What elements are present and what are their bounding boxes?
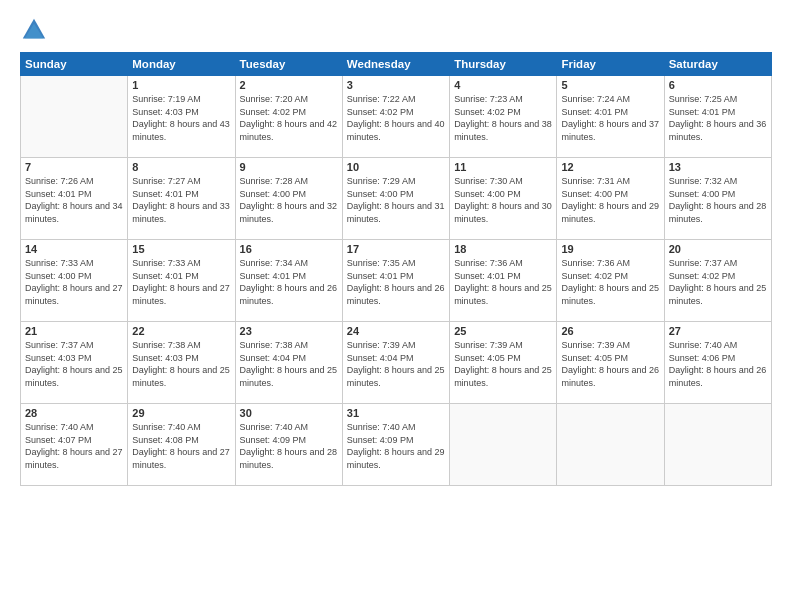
day-number: 5 [561,79,659,91]
calendar-cell [450,404,557,486]
calendar-cell: 21Sunrise: 7:37 AMSunset: 4:03 PMDayligh… [21,322,128,404]
day-number: 24 [347,325,445,337]
calendar-cell: 26Sunrise: 7:39 AMSunset: 4:05 PMDayligh… [557,322,664,404]
day-info: Sunrise: 7:37 AMSunset: 4:02 PMDaylight:… [669,257,767,307]
day-info: Sunrise: 7:40 AMSunset: 4:07 PMDaylight:… [25,421,123,471]
day-info: Sunrise: 7:39 AMSunset: 4:04 PMDaylight:… [347,339,445,389]
header-row: SundayMondayTuesdayWednesdayThursdayFrid… [21,53,772,76]
day-info: Sunrise: 7:25 AMSunset: 4:01 PMDaylight:… [669,93,767,143]
day-number: 22 [132,325,230,337]
day-info: Sunrise: 7:40 AMSunset: 4:09 PMDaylight:… [240,421,338,471]
day-info: Sunrise: 7:38 AMSunset: 4:04 PMDaylight:… [240,339,338,389]
col-header-sunday: Sunday [21,53,128,76]
day-info: Sunrise: 7:30 AMSunset: 4:00 PMDaylight:… [454,175,552,225]
calendar-cell [664,404,771,486]
calendar-cell: 2Sunrise: 7:20 AMSunset: 4:02 PMDaylight… [235,76,342,158]
logo [20,16,52,44]
day-number: 28 [25,407,123,419]
day-number: 1 [132,79,230,91]
day-number: 23 [240,325,338,337]
day-info: Sunrise: 7:39 AMSunset: 4:05 PMDaylight:… [454,339,552,389]
day-number: 29 [132,407,230,419]
calendar-cell [21,76,128,158]
day-number: 13 [669,161,767,173]
calendar-cell: 7Sunrise: 7:26 AMSunset: 4:01 PMDaylight… [21,158,128,240]
calendar-cell: 10Sunrise: 7:29 AMSunset: 4:00 PMDayligh… [342,158,449,240]
day-number: 11 [454,161,552,173]
day-info: Sunrise: 7:38 AMSunset: 4:03 PMDaylight:… [132,339,230,389]
day-info: Sunrise: 7:33 AMSunset: 4:00 PMDaylight:… [25,257,123,307]
calendar-cell: 19Sunrise: 7:36 AMSunset: 4:02 PMDayligh… [557,240,664,322]
day-number: 21 [25,325,123,337]
calendar-cell: 24Sunrise: 7:39 AMSunset: 4:04 PMDayligh… [342,322,449,404]
day-number: 30 [240,407,338,419]
day-info: Sunrise: 7:22 AMSunset: 4:02 PMDaylight:… [347,93,445,143]
day-info: Sunrise: 7:36 AMSunset: 4:02 PMDaylight:… [561,257,659,307]
day-number: 18 [454,243,552,255]
day-info: Sunrise: 7:40 AMSunset: 4:06 PMDaylight:… [669,339,767,389]
calendar-cell: 11Sunrise: 7:30 AMSunset: 4:00 PMDayligh… [450,158,557,240]
day-number: 12 [561,161,659,173]
day-info: Sunrise: 7:35 AMSunset: 4:01 PMDaylight:… [347,257,445,307]
week-row-0: 1Sunrise: 7:19 AMSunset: 4:03 PMDaylight… [21,76,772,158]
day-info: Sunrise: 7:40 AMSunset: 4:09 PMDaylight:… [347,421,445,471]
day-info: Sunrise: 7:23 AMSunset: 4:02 PMDaylight:… [454,93,552,143]
day-number: 19 [561,243,659,255]
calendar-cell: 8Sunrise: 7:27 AMSunset: 4:01 PMDaylight… [128,158,235,240]
calendar-cell: 27Sunrise: 7:40 AMSunset: 4:06 PMDayligh… [664,322,771,404]
day-number: 14 [25,243,123,255]
day-number: 16 [240,243,338,255]
header [20,16,772,44]
day-info: Sunrise: 7:36 AMSunset: 4:01 PMDaylight:… [454,257,552,307]
calendar-cell: 15Sunrise: 7:33 AMSunset: 4:01 PMDayligh… [128,240,235,322]
day-info: Sunrise: 7:24 AMSunset: 4:01 PMDaylight:… [561,93,659,143]
calendar-cell: 25Sunrise: 7:39 AMSunset: 4:05 PMDayligh… [450,322,557,404]
calendar-cell: 28Sunrise: 7:40 AMSunset: 4:07 PMDayligh… [21,404,128,486]
calendar-cell: 1Sunrise: 7:19 AMSunset: 4:03 PMDaylight… [128,76,235,158]
day-info: Sunrise: 7:27 AMSunset: 4:01 PMDaylight:… [132,175,230,225]
calendar-cell: 29Sunrise: 7:40 AMSunset: 4:08 PMDayligh… [128,404,235,486]
week-row-2: 14Sunrise: 7:33 AMSunset: 4:00 PMDayligh… [21,240,772,322]
calendar-cell: 12Sunrise: 7:31 AMSunset: 4:00 PMDayligh… [557,158,664,240]
day-info: Sunrise: 7:39 AMSunset: 4:05 PMDaylight:… [561,339,659,389]
calendar-cell [557,404,664,486]
calendar-cell: 17Sunrise: 7:35 AMSunset: 4:01 PMDayligh… [342,240,449,322]
calendar-cell: 5Sunrise: 7:24 AMSunset: 4:01 PMDaylight… [557,76,664,158]
day-number: 6 [669,79,767,91]
calendar-cell: 18Sunrise: 7:36 AMSunset: 4:01 PMDayligh… [450,240,557,322]
col-header-wednesday: Wednesday [342,53,449,76]
calendar-cell: 22Sunrise: 7:38 AMSunset: 4:03 PMDayligh… [128,322,235,404]
col-header-monday: Monday [128,53,235,76]
calendar-cell: 4Sunrise: 7:23 AMSunset: 4:02 PMDaylight… [450,76,557,158]
day-info: Sunrise: 7:40 AMSunset: 4:08 PMDaylight:… [132,421,230,471]
day-info: Sunrise: 7:37 AMSunset: 4:03 PMDaylight:… [25,339,123,389]
week-row-1: 7Sunrise: 7:26 AMSunset: 4:01 PMDaylight… [21,158,772,240]
day-number: 3 [347,79,445,91]
logo-icon [20,16,48,44]
day-info: Sunrise: 7:19 AMSunset: 4:03 PMDaylight:… [132,93,230,143]
day-number: 7 [25,161,123,173]
col-header-friday: Friday [557,53,664,76]
day-info: Sunrise: 7:32 AMSunset: 4:00 PMDaylight:… [669,175,767,225]
day-info: Sunrise: 7:34 AMSunset: 4:01 PMDaylight:… [240,257,338,307]
day-number: 31 [347,407,445,419]
week-row-4: 28Sunrise: 7:40 AMSunset: 4:07 PMDayligh… [21,404,772,486]
day-number: 26 [561,325,659,337]
calendar-cell: 13Sunrise: 7:32 AMSunset: 4:00 PMDayligh… [664,158,771,240]
calendar-cell: 23Sunrise: 7:38 AMSunset: 4:04 PMDayligh… [235,322,342,404]
day-info: Sunrise: 7:31 AMSunset: 4:00 PMDaylight:… [561,175,659,225]
calendar-cell: 16Sunrise: 7:34 AMSunset: 4:01 PMDayligh… [235,240,342,322]
col-header-saturday: Saturday [664,53,771,76]
calendar-cell: 31Sunrise: 7:40 AMSunset: 4:09 PMDayligh… [342,404,449,486]
day-number: 8 [132,161,230,173]
day-info: Sunrise: 7:26 AMSunset: 4:01 PMDaylight:… [25,175,123,225]
day-number: 20 [669,243,767,255]
calendar-table: SundayMondayTuesdayWednesdayThursdayFrid… [20,52,772,486]
week-row-3: 21Sunrise: 7:37 AMSunset: 4:03 PMDayligh… [21,322,772,404]
day-info: Sunrise: 7:33 AMSunset: 4:01 PMDaylight:… [132,257,230,307]
calendar-cell: 3Sunrise: 7:22 AMSunset: 4:02 PMDaylight… [342,76,449,158]
col-header-tuesday: Tuesday [235,53,342,76]
day-number: 2 [240,79,338,91]
day-number: 4 [454,79,552,91]
day-info: Sunrise: 7:29 AMSunset: 4:00 PMDaylight:… [347,175,445,225]
